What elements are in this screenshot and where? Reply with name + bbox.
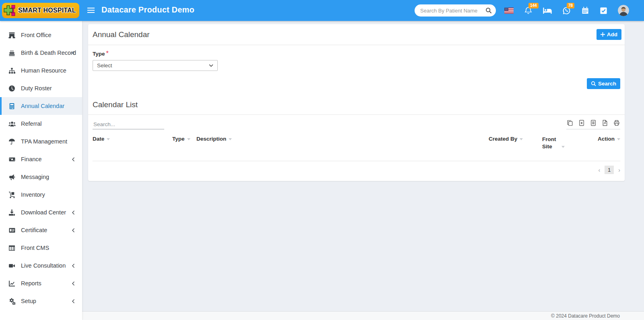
chevron-left-icon <box>72 210 75 215</box>
sort-caret-icon <box>520 138 523 140</box>
list-search-input[interactable] <box>93 120 164 129</box>
chevron-left-icon <box>72 51 75 55</box>
sidebar-item-messaging[interactable]: Messaging <box>0 168 82 186</box>
sort-caret-icon <box>617 138 620 140</box>
column-header-created-by[interactable]: Created By <box>489 136 542 150</box>
umbrella-icon <box>8 138 16 145</box>
pdf-export-button[interactable] <box>602 120 608 126</box>
annual-calendar-card: Annual Calendar Add Type* Select <box>88 24 625 181</box>
column-header-type[interactable]: Type <box>172 136 196 150</box>
top-navbar: SMART HOSPITAL Datacare Product Demo <box>0 0 644 21</box>
sidebar-item-inventory[interactable]: Inventory <box>0 186 82 204</box>
sidebar-item-certificate[interactable]: Certificate <box>0 221 82 239</box>
sidebar-item-duty-roster[interactable]: Duty Roster <box>0 79 82 97</box>
search-icon <box>591 81 596 86</box>
sidebar-item-label: Certificate <box>21 227 47 233</box>
archway-icon <box>8 32 16 39</box>
sidebar-item-label: Download Center <box>21 209 66 216</box>
hospital-logo[interactable]: SMART HOSPITAL <box>2 3 79 18</box>
sidebar-item-annual-calendar[interactable]: Annual Calendar <box>0 97 82 115</box>
sidebar-item-label: Front Office <box>21 32 51 38</box>
sort-caret-icon <box>107 138 110 140</box>
patient-search-box <box>415 4 496 17</box>
pagination: ‹ 1 › <box>88 161 625 181</box>
hamburger-menu-icon[interactable] <box>87 7 95 15</box>
sidebar-item-live-consultation[interactable]: Live Consultation <box>0 257 82 274</box>
download-icon <box>8 209 16 216</box>
sidebar-nav: Front Office Birth & Death Record Human … <box>0 21 82 320</box>
type-select[interactable]: Select <box>93 60 218 71</box>
calendar-icon[interactable] <box>581 6 589 15</box>
sidebar-item-setup[interactable]: Setup <box>0 292 82 310</box>
sidebar-item-label: Reports <box>21 280 41 287</box>
sidebar-item-label: Messaging <box>21 174 49 180</box>
sidebar-item-label: Human Resource <box>21 67 66 74</box>
pagination-prev[interactable]: ‹ <box>598 167 600 173</box>
dolly-icon <box>8 191 16 198</box>
video-camera-icon <box>8 262 16 269</box>
user-avatar[interactable] <box>618 5 629 16</box>
table-icon <box>8 245 16 251</box>
sort-caret-icon <box>561 146 565 148</box>
page-title: Annual Calendar <box>93 30 150 39</box>
chevron-left-icon <box>72 157 75 162</box>
sidebar-item-label: Birth & Death Record <box>21 50 76 56</box>
sidebar-item-download-center[interactable]: Download Center <box>0 204 82 221</box>
patient-search-input[interactable] <box>420 8 485 14</box>
sidebar-item-label: Annual Calendar <box>21 103 64 109</box>
sidebar-item-label: Live Consultation <box>21 262 66 269</box>
column-header-front-site[interactable]: Front Site <box>542 136 597 150</box>
sidebar-item-human-resource[interactable]: Human Resource <box>0 62 82 79</box>
sidebar-item-finance[interactable]: Finance <box>0 150 82 168</box>
print-button[interactable] <box>613 120 620 126</box>
sidebar-item-label: Front CMS <box>21 245 49 251</box>
csv-export-button[interactable] <box>590 120 597 126</box>
money-bill-icon <box>8 156 16 163</box>
users-icon <box>8 121 16 127</box>
tasks-check-icon[interactable] <box>600 7 607 15</box>
clock-icon <box>8 85 16 92</box>
chevron-left-icon <box>72 264 75 268</box>
sidebar-item-tpa-management[interactable]: TPA Management <box>0 133 82 150</box>
chevron-left-icon <box>72 299 75 303</box>
language-flag-icon[interactable] <box>504 8 514 14</box>
sort-caret-icon <box>229 138 232 140</box>
chevron-left-icon <box>72 228 75 233</box>
sort-caret-icon <box>187 138 190 140</box>
pagination-page-1[interactable]: 1 <box>605 166 614 174</box>
column-header-date[interactable]: Date <box>93 136 172 150</box>
gears-icon <box>8 298 16 305</box>
table-header-row: Date Type Description Created By Front S… <box>93 129 620 161</box>
plus-icon <box>601 32 605 37</box>
export-toolbar <box>566 120 620 129</box>
notification-bell-icon[interactable]: 144 <box>524 6 533 15</box>
whatsapp-icon[interactable]: 78 <box>562 6 571 15</box>
bullhorn-icon <box>8 174 16 181</box>
sidebar-item-label: Inventory <box>21 191 45 198</box>
sidebar-item-front-office[interactable]: Front Office <box>0 26 82 44</box>
sidebar-item-label: Finance <box>21 156 42 162</box>
column-header-action[interactable]: Action <box>597 136 620 150</box>
search-button[interactable]: Search <box>587 78 620 89</box>
excel-export-button[interactable] <box>578 120 585 126</box>
chart-line-icon <box>8 280 16 287</box>
search-icon[interactable] <box>485 7 492 14</box>
sidebar-item-birth-death-record[interactable]: Birth & Death Record <box>0 44 82 62</box>
main-content: Annual Calendar Add Type* Select <box>82 21 644 320</box>
sidebar-item-label: TPA Management <box>21 138 67 145</box>
list-title: Calendar List <box>93 100 138 109</box>
add-button[interactable]: Add <box>597 29 621 40</box>
sidebar-item-label: Duty Roster <box>21 85 52 91</box>
column-header-description[interactable]: Description <box>196 136 489 150</box>
sitemap-icon <box>8 67 16 74</box>
sidebar-item-referral[interactable]: Referral <box>0 115 82 133</box>
copy-button[interactable] <box>567 120 573 126</box>
required-asterisk: * <box>106 50 109 57</box>
sidebar-item-front-cms[interactable]: Front CMS <box>0 239 82 257</box>
app-title: Datacare Product Demo <box>101 5 194 15</box>
chevron-left-icon <box>72 281 75 286</box>
pagination-next[interactable]: › <box>618 167 620 173</box>
bed-icon[interactable] <box>543 8 552 14</box>
brand-name: SMART HOSPITAL <box>18 7 76 14</box>
sidebar-item-reports[interactable]: Reports <box>0 274 82 292</box>
